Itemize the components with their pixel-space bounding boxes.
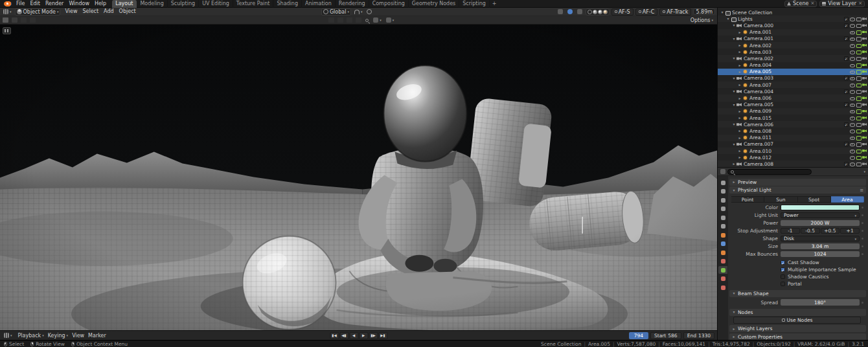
workspace-tab[interactable]: Modeling [137, 0, 167, 8]
properties-tab[interactable] [718, 205, 727, 213]
expand-icon[interactable] [731, 23, 737, 27]
selectable-toggle[interactable] [844, 23, 849, 28]
physical-light-section-header[interactable]: Physical Light ≡ [729, 186, 866, 194]
shading-material-icon[interactable] [598, 10, 602, 14]
outliner-row[interactable]: Area.006 [718, 95, 868, 101]
properties-tab[interactable] [718, 196, 727, 204]
view-camera-icon[interactable] [328, 17, 335, 23]
selectable-toggle[interactable] [844, 162, 849, 166]
outliner-row[interactable]: Area.003 [718, 49, 868, 55]
render-disable-toggle[interactable] [862, 83, 867, 87]
outliner-row[interactable]: Camera.006 [718, 121, 868, 128]
render-disable-toggle[interactable] [862, 43, 867, 48]
workspace-tab[interactable]: Sculpting [168, 0, 199, 8]
expand-icon[interactable] [720, 10, 725, 14]
filter-icon[interactable]: ▾ [863, 170, 865, 174]
properties-tab[interactable] [718, 258, 727, 265]
hide-toggle[interactable] [850, 102, 854, 107]
outliner-row[interactable]: Camera.001 [718, 36, 868, 42]
viewport-disable-toggle[interactable] [856, 155, 861, 160]
outliner-row[interactable]: Area.011 [718, 135, 868, 141]
render-disable-toggle[interactable] [862, 96, 867, 100]
hide-toggle[interactable] [850, 109, 854, 113]
properties-tab[interactable] [718, 179, 727, 186]
af-single-button[interactable]: AF-S [611, 8, 634, 16]
app-menu-item[interactable]: Render [43, 0, 66, 8]
render-disable-toggle[interactable] [862, 135, 867, 140]
light-type-button[interactable]: Spot [798, 196, 831, 203]
playback-button[interactable]: ◀ [349, 332, 358, 339]
properties-tab[interactable] [718, 188, 727, 196]
expand-icon[interactable] [737, 70, 742, 74]
expand-icon[interactable] [737, 136, 742, 140]
properties-tab[interactable] [718, 223, 727, 230]
viewport-disable-toggle[interactable] [856, 149, 861, 153]
select-box-icon[interactable] [11, 17, 18, 23]
hide-toggle[interactable] [850, 96, 854, 100]
expand-icon[interactable] [731, 162, 737, 166]
viewport-disable-toggle[interactable] [856, 69, 861, 74]
outliner-row[interactable]: Area.015 [718, 115, 868, 121]
spread-field[interactable]: 180° [781, 299, 860, 306]
outliner-row[interactable]: Area.001 [718, 29, 868, 36]
expand-icon[interactable] [737, 63, 742, 67]
expand-icon[interactable] [737, 116, 742, 120]
outliner-row[interactable]: Area.009 [718, 108, 868, 115]
hide-toggle[interactable] [850, 36, 854, 41]
render-disable-toggle[interactable] [862, 50, 867, 54]
selectable-toggle[interactable] [844, 142, 849, 146]
render-disable-toggle[interactable] [862, 116, 867, 120]
playback-button[interactable]: ◀▮ [339, 332, 348, 339]
hide-toggle[interactable] [850, 129, 854, 133]
viewport-menu-item[interactable]: Object [117, 8, 139, 16]
expand-icon[interactable] [737, 96, 742, 100]
measure-icon[interactable] [355, 17, 362, 23]
selectable-toggle[interactable] [844, 56, 849, 61]
viewport-disable-toggle[interactable] [856, 23, 861, 28]
properties-tab[interactable] [718, 266, 727, 274]
properties-tab[interactable] [718, 240, 727, 248]
shading-wireframe-icon[interactable] [588, 10, 592, 14]
viewport-disable-toggle[interactable] [856, 56, 861, 61]
hide-toggle[interactable] [850, 69, 854, 74]
workspace-tab[interactable]: Geometry Nodes [409, 0, 459, 8]
hide-toggle[interactable] [850, 56, 854, 61]
render-disable-toggle[interactable] [862, 109, 867, 113]
render-region-icon[interactable] [337, 17, 344, 23]
render-disable-toggle[interactable] [862, 17, 867, 21]
render-disable-toggle[interactable] [862, 122, 867, 127]
hide-toggle[interactable] [850, 116, 854, 120]
viewport-disable-toggle[interactable] [856, 43, 861, 48]
timeline-editor-type-button[interactable]: ▾ [3, 332, 14, 339]
hide-toggle[interactable] [850, 23, 854, 28]
nodes-section-header[interactable]: Nodes [729, 309, 866, 316]
outliner-row[interactable]: Camera.008 [718, 161, 868, 167]
workspace-tab[interactable]: Texture Paint [233, 0, 274, 8]
select-circle-icon[interactable] [20, 17, 27, 23]
app-menu-item[interactable]: Window [66, 0, 92, 8]
expand-icon[interactable] [731, 89, 737, 93]
light-color-swatch[interactable] [781, 205, 860, 211]
outliner-row[interactable]: Camera.000 [718, 22, 868, 28]
unlink-view-layer-icon[interactable]: × [858, 1, 862, 6]
render-disable-toggle[interactable] [862, 63, 867, 67]
use-nodes-button[interactable]: Use Nodes [733, 317, 861, 324]
property-checkbox[interactable]: Portal [731, 281, 864, 287]
hide-toggle[interactable] [850, 155, 854, 160]
editor-type-button[interactable]: ▾ [2, 8, 13, 16]
select-lasso-icon[interactable] [29, 17, 36, 23]
playback-button[interactable]: ▶▮ [378, 332, 387, 339]
outliner-row[interactable]: Camera.007 [718, 141, 868, 148]
viewport-disable-toggle[interactable] [856, 135, 861, 140]
viewport-disable-toggle[interactable] [856, 89, 861, 94]
scene-selector[interactable]: Scene × [784, 1, 817, 7]
playback-button[interactable]: ▮◀ [330, 332, 339, 339]
expand-icon[interactable] [737, 43, 742, 47]
expand-icon[interactable] [731, 142, 737, 146]
render-disable-toggle[interactable] [862, 36, 867, 41]
hide-toggle[interactable] [850, 122, 854, 127]
3d-viewport[interactable] [0, 25, 717, 330]
hide-toggle[interactable] [850, 135, 854, 140]
stop-adjust-button[interactable]: +0.5 [821, 228, 840, 234]
render-disable-toggle[interactable] [862, 142, 867, 146]
